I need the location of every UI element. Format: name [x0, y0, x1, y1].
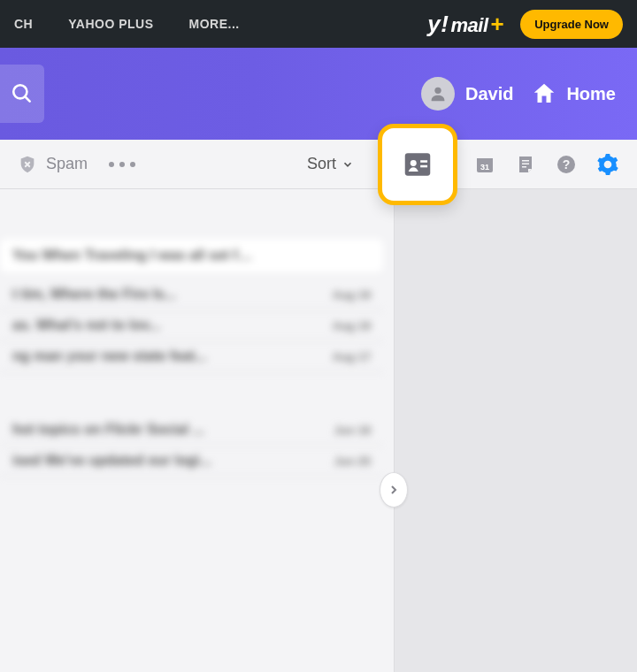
message-subject: t tim, Where the Fire Is... [12, 286, 176, 302]
svg-rect-11 [522, 163, 529, 164]
spam-button[interactable]: Spam [18, 155, 88, 174]
user-name: David [465, 84, 513, 104]
spam-label: Spam [46, 155, 88, 173]
message-date: Aug 19 [333, 319, 371, 332]
svg-point-4 [411, 160, 417, 166]
header-right: David Home [421, 77, 616, 111]
message-subject: hot topics on Flickr Social ... [12, 422, 204, 438]
svg-rect-5 [420, 160, 427, 163]
settings-gear-icon [596, 153, 619, 176]
home-icon [531, 80, 557, 107]
help-button[interactable]: ? [556, 154, 577, 175]
svg-text:?: ? [563, 157, 571, 172]
message-subject: You When Traveling I was all set for ... [12, 248, 260, 263]
logo-mail: mail [450, 14, 487, 37]
shield-x-icon [18, 155, 37, 174]
list-item[interactable]: You When Traveling I was all set for ... [0, 239, 383, 272]
message-list-pane: You When Traveling I was all set for ...… [0, 189, 395, 672]
svg-text:31: 31 [480, 162, 489, 171]
svg-rect-3 [405, 153, 431, 175]
chevron-down-icon [342, 158, 354, 171]
account-menu[interactable]: David [421, 77, 513, 111]
message-date: Aug 19 [333, 288, 371, 302]
message-date: Aug 17 [333, 350, 371, 363]
list-item[interactable]: ised We've updated our logi... Jun 25 [0, 446, 383, 477]
right-panel-tabs: 31 ? [474, 153, 619, 176]
message-subject: as. What's not to lov... [12, 317, 160, 333]
contacts-icon [401, 148, 434, 181]
message-date: Jun 18 [334, 424, 371, 437]
list-item[interactable]: t tim, Where the Fire Is... Aug 19 [0, 279, 383, 310]
topnav-item-2[interactable]: MORE... [189, 17, 240, 31]
svg-rect-12 [522, 166, 526, 168]
notepad-icon [515, 154, 536, 175]
calendar-button[interactable]: 31 [474, 154, 495, 175]
list-item[interactable]: ng man your new state feat... Aug 17 [0, 341, 383, 372]
svg-line-1 [25, 96, 29, 101]
more-actions-button[interactable] [109, 162, 135, 167]
collapse-pane-button[interactable] [380, 472, 408, 508]
search-input[interactable] [0, 65, 44, 123]
svg-point-2 [434, 88, 441, 94]
chevron-right-icon [387, 483, 401, 497]
list-item[interactable]: hot topics on Flickr Social ... Jun 18 [0, 415, 383, 446]
top-nav-left: CH YAHOO PLUS MORE... [14, 17, 399, 31]
contacts-button[interactable] [378, 124, 457, 205]
message-date: Jun 25 [334, 454, 371, 468]
logo-y: y! [427, 11, 449, 38]
home-link[interactable]: Home [531, 80, 616, 107]
topnav-item-1[interactable]: YAHOO PLUS [68, 17, 153, 31]
svg-rect-10 [522, 160, 529, 162]
topnav-item-0[interactable]: CH [14, 17, 33, 31]
more-icon [109, 162, 114, 167]
yahoo-mail-plus-logo[interactable]: y! mail + [427, 11, 504, 38]
message-subject: ised We've updated our logi... [12, 453, 211, 469]
help-icon: ? [556, 154, 577, 175]
message-subject: ng man your new state feat... [12, 348, 207, 364]
search-icon [11, 82, 34, 105]
main: You When Traveling I was all set for ...… [0, 189, 637, 672]
avatar [421, 77, 455, 111]
notepad-button[interactable] [515, 154, 536, 175]
avatar-icon [428, 84, 448, 103]
toolbar: Spam Sort 31 ? [0, 140, 637, 189]
svg-rect-6 [420, 165, 427, 168]
list-item[interactable]: as. What's not to lov... Aug 19 [0, 310, 383, 341]
logo-plus-icon: + [491, 11, 505, 38]
sort-label: Sort [307, 155, 336, 173]
home-label: Home [566, 84, 616, 104]
top-nav-right: y! mail + Upgrade Now [427, 10, 623, 39]
calendar-icon: 31 [474, 154, 495, 175]
upgrade-now-button[interactable]: Upgrade Now [520, 10, 623, 39]
top-nav: CH YAHOO PLUS MORE... y! mail + Upgrade … [0, 0, 637, 48]
settings-button[interactable] [596, 153, 619, 176]
header: David Home [0, 48, 637, 140]
sort-dropdown[interactable]: Sort [307, 155, 354, 173]
reading-pane [395, 189, 637, 672]
